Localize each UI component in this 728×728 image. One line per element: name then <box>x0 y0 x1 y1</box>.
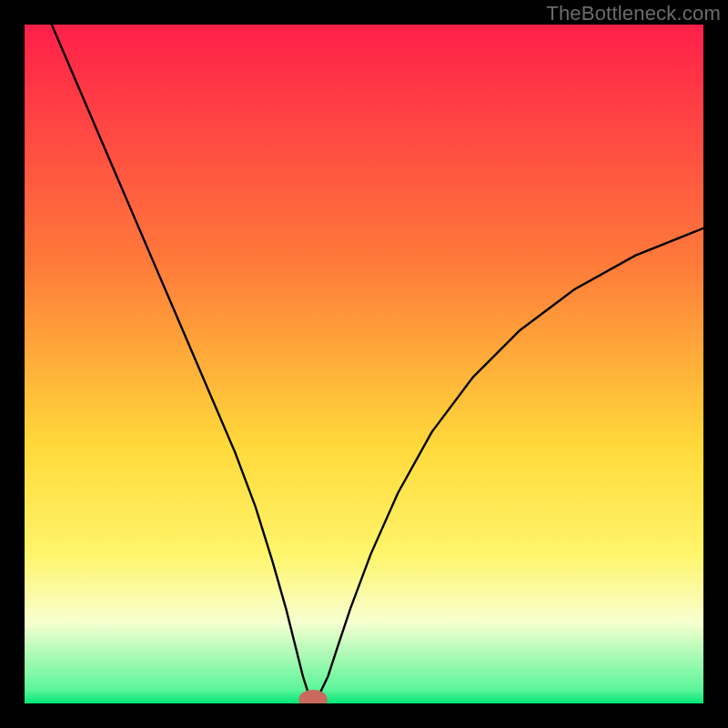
chart-background <box>25 25 703 703</box>
chart-svg <box>25 25 703 703</box>
plot-area <box>25 25 703 703</box>
optimum-marker <box>302 693 324 703</box>
chart-frame: TheBottleneck.com <box>0 0 728 728</box>
watermark-text: TheBottleneck.com <box>546 2 721 25</box>
svg-point-0 <box>302 693 324 703</box>
